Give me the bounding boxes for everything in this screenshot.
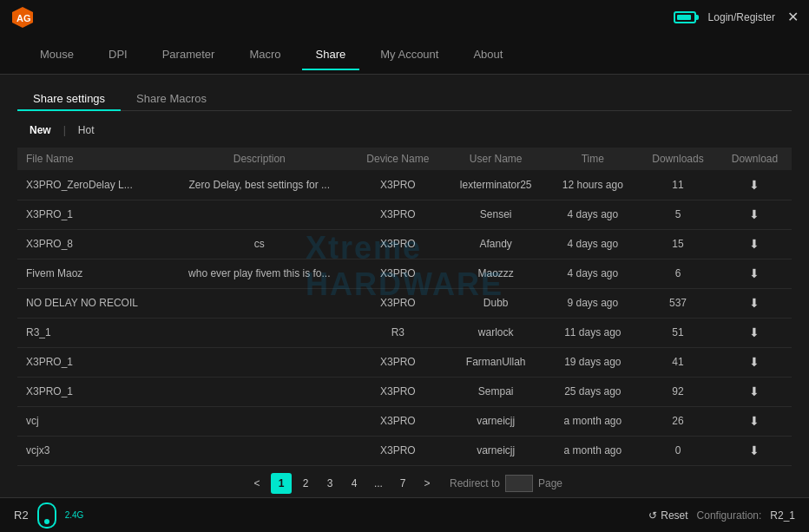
cell-time: 4 days ago xyxy=(548,259,638,288)
cell-username: Dubb xyxy=(444,288,548,318)
col-downloads: Downloads xyxy=(638,148,718,170)
download-button-2[interactable]: ⬇ xyxy=(749,237,760,251)
download-button-1[interactable]: ⬇ xyxy=(749,207,760,221)
cell-username: Afandy xyxy=(444,229,548,259)
cell-username: warlock xyxy=(444,318,548,347)
download-button-8[interactable]: ⬇ xyxy=(749,414,760,428)
cell-download-btn[interactable]: ⬇ xyxy=(718,288,792,318)
title-bar-right: Login/Register ✕ xyxy=(674,10,799,24)
cell-time: 19 days ago xyxy=(548,347,638,377)
cell-username: varneicjj xyxy=(444,436,548,465)
svg-text:AG: AG xyxy=(16,13,31,23)
tab-share-macros[interactable]: Share Macros xyxy=(121,87,222,110)
cell-filename: NO DELAY NO RECOIL xyxy=(17,288,168,318)
tab-row: Share settings Share Macros xyxy=(17,87,792,111)
cell-download-btn[interactable]: ⬇ xyxy=(718,200,792,229)
tab-share-settings[interactable]: Share settings xyxy=(17,87,121,110)
table-row: X3PRO_1 X3PRO Sempai 25 days ago 92 ⬇ xyxy=(17,377,792,406)
filter-new[interactable]: New xyxy=(17,122,63,139)
cell-downloads: 537 xyxy=(638,288,718,318)
nav-item-about[interactable]: About xyxy=(459,39,516,69)
download-button-0[interactable]: ⬇ xyxy=(749,178,760,192)
page-2[interactable]: 2 xyxy=(295,473,316,494)
page-prev[interactable]: < xyxy=(247,473,267,494)
cell-username: FarmanUllah xyxy=(444,347,548,377)
filter-hot[interactable]: Hot xyxy=(66,122,107,139)
device-label: R2 xyxy=(14,509,29,522)
cell-devicename: X3PRO xyxy=(352,406,444,436)
battery-icon xyxy=(674,11,696,23)
cell-devicename: X3PRO xyxy=(352,170,444,200)
nav-item-parameter[interactable]: Parameter xyxy=(148,39,229,69)
table-row: X3PRO_8 cs X3PRO Afandy 4 days ago 15 ⬇ xyxy=(17,229,792,259)
cell-time: 4 days ago xyxy=(548,229,638,259)
cell-time: a month ago xyxy=(548,406,638,436)
download-button-6[interactable]: ⬇ xyxy=(749,355,760,369)
cell-filename: vcjx3 xyxy=(17,436,168,465)
cell-download-btn[interactable]: ⬇ xyxy=(718,377,792,406)
page-input[interactable] xyxy=(505,475,533,492)
config-label: Configuration: xyxy=(697,509,762,522)
cell-description xyxy=(168,200,352,229)
title-bar: AG Login/Register ✕ xyxy=(0,0,809,35)
login-button[interactable]: Login/Register xyxy=(708,11,775,23)
table-row: NO DELAY NO RECOIL X3PRO Dubb 9 days ago… xyxy=(17,288,792,318)
page-next[interactable]: > xyxy=(417,473,437,494)
cell-download-btn[interactable]: ⬇ xyxy=(718,170,792,200)
col-time: Time xyxy=(548,148,638,170)
cell-description xyxy=(168,377,352,406)
cell-time: 25 days ago xyxy=(548,377,638,406)
cell-devicename: X3PRO xyxy=(352,377,444,406)
cell-downloads: 26 xyxy=(638,406,718,436)
download-button-7[interactable]: ⬇ xyxy=(749,384,760,398)
page-1[interactable]: 1 xyxy=(271,473,292,494)
cell-description xyxy=(168,318,352,347)
table-row: vcjx3 X3PRO varneicjj a month ago 0 ⬇ xyxy=(17,436,792,465)
signal-label: 2.4G xyxy=(65,510,84,520)
cell-download-btn[interactable]: ⬇ xyxy=(718,229,792,259)
page-3[interactable]: 3 xyxy=(319,473,340,494)
cell-devicename: X3PRO xyxy=(352,288,444,318)
cell-time: 11 days ago xyxy=(548,318,638,347)
download-button-3[interactable]: ⬇ xyxy=(749,266,760,280)
close-button[interactable]: ✕ xyxy=(787,10,799,24)
page-4[interactable]: 4 xyxy=(344,473,365,494)
cell-username: Sensei xyxy=(444,200,548,229)
cell-downloads: 6 xyxy=(638,259,718,288)
cell-username: varneicjj xyxy=(444,406,548,436)
cell-download-btn[interactable]: ⬇ xyxy=(718,436,792,465)
nav-item-myaccount[interactable]: My Account xyxy=(366,39,452,69)
cell-download-btn[interactable]: ⬇ xyxy=(718,347,792,377)
cell-download-btn[interactable]: ⬇ xyxy=(718,406,792,436)
cell-time: a month ago xyxy=(548,436,638,465)
status-right: ↺ Reset Configuration: R2_1 xyxy=(648,509,795,522)
nav-item-share[interactable]: Share xyxy=(302,39,360,69)
nav-item-macro[interactable]: Macro xyxy=(235,39,294,69)
mouse-icon xyxy=(37,502,56,529)
cell-description xyxy=(168,406,352,436)
cell-filename: X3PRO_ZeroDelay L... xyxy=(17,170,168,200)
page-ellipsis: ... xyxy=(368,473,389,494)
status-bar: R2 2.4G ↺ Reset Configuration: R2_1 xyxy=(0,497,809,532)
filter-row: New | Hot xyxy=(17,122,792,139)
nav-bar: Mouse DPI Parameter Macro Share My Accou… xyxy=(0,35,809,75)
table-row: vcj X3PRO varneicjj a month ago 26 ⬇ xyxy=(17,406,792,436)
page-redirect: Redirect to Page xyxy=(450,475,562,492)
cell-filename: X3PRO_1 xyxy=(17,347,168,377)
page-7[interactable]: 7 xyxy=(392,473,413,494)
redirect-label: Redirect to xyxy=(450,477,500,489)
nav-item-dpi[interactable]: DPI xyxy=(95,39,141,69)
download-button-5[interactable]: ⬇ xyxy=(749,325,760,339)
reset-button[interactable]: ↺ Reset xyxy=(648,509,687,522)
cell-download-btn[interactable]: ⬇ xyxy=(718,259,792,288)
cell-download-btn[interactable]: ⬇ xyxy=(718,318,792,347)
cell-filename: X3PRO_1 xyxy=(17,377,168,406)
cell-filename: vcj xyxy=(17,406,168,436)
config-value: R2_1 xyxy=(770,509,795,522)
download-button-9[interactable]: ⬇ xyxy=(749,443,760,457)
cell-devicename: X3PRO xyxy=(352,200,444,229)
nav-item-mouse[interactable]: Mouse xyxy=(26,39,88,69)
cell-filename: X3PRO_1 xyxy=(17,200,168,229)
download-button-4[interactable]: ⬇ xyxy=(749,296,760,310)
col-download: Download xyxy=(718,148,792,170)
